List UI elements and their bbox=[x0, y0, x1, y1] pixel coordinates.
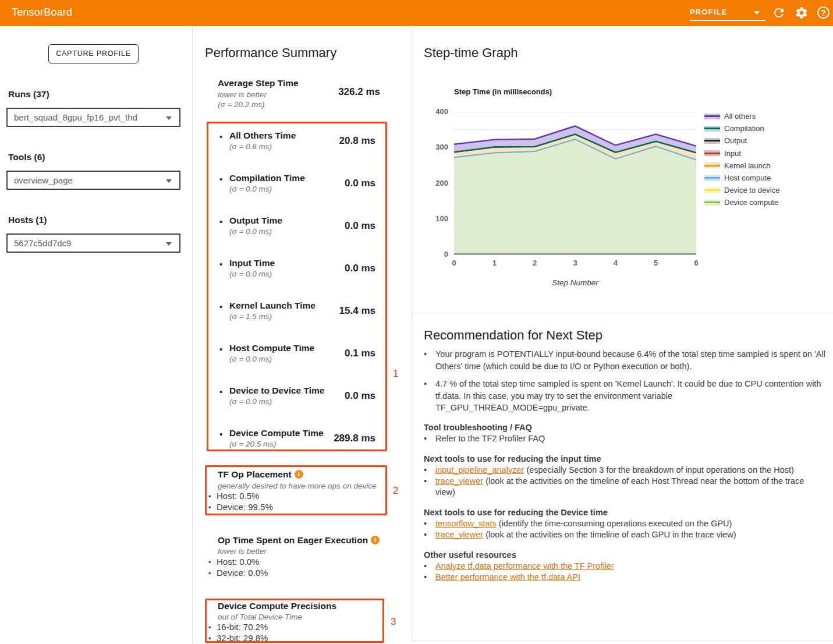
legend-swatch-icon bbox=[704, 150, 720, 156]
help-button[interactable]: ? bbox=[817, 6, 831, 20]
rec-item-link[interactable]: trace_viewer bbox=[435, 476, 483, 486]
rec-item-link[interactable]: trace_viewer bbox=[435, 530, 483, 539]
rec-item-link[interactable]: input_pipeline_analyzer bbox=[435, 465, 524, 475]
breakdown-item-label: Input Time bbox=[229, 258, 275, 268]
bullet-dot: • bbox=[424, 572, 435, 583]
info-icon[interactable] bbox=[371, 536, 380, 544]
tf-op-placement-subtitle: generally desired to have more ops on de… bbox=[218, 482, 376, 490]
x-axis-ticks: 0123456 bbox=[454, 259, 696, 270]
bullet-dot: • bbox=[424, 348, 435, 372]
rec-item-suffix: (identify the time-consuming operations … bbox=[497, 519, 732, 528]
bullet-dot: • bbox=[219, 259, 222, 269]
breakdown-item-value: 15.4 ms bbox=[288, 305, 375, 317]
legend-item-host-compute: Host compute bbox=[704, 172, 779, 184]
breakdown-item-sigma: (σ = 1.5 ms) bbox=[229, 312, 272, 321]
rec-section-input-time: Next tools to use for reducing the input… bbox=[424, 454, 825, 498]
annotation-number-1: 1 bbox=[393, 368, 398, 380]
tensorboard-profile-page: TensorBoard PROFILE ? CAPTURE PROFILE Ru… bbox=[0, 0, 833, 644]
step-time-graph-title: Step-time Graph bbox=[424, 45, 517, 61]
legend-swatch-icon bbox=[704, 200, 720, 206]
rec-item-text: tensorflow_stats (identify the time-cons… bbox=[435, 518, 825, 529]
x-axis-label: Step Number bbox=[454, 278, 696, 287]
recommendation-body: •Your program is POTENTIALLY input-bound… bbox=[424, 348, 825, 583]
info-icon[interactable] bbox=[295, 470, 303, 479]
bullet-dot: • bbox=[219, 302, 222, 312]
hosts-select[interactable]: 5627c5dd7dc9 bbox=[6, 233, 180, 253]
legend-swatch-icon bbox=[704, 162, 720, 168]
x-tick-label: 0 bbox=[447, 259, 461, 267]
bullet-dot: • bbox=[424, 561, 435, 572]
bullet-dot: • bbox=[424, 433, 435, 444]
breakdown-item-value: 0.0 ms bbox=[288, 390, 375, 402]
x-tick-label: 3 bbox=[568, 259, 582, 267]
capture-profile-button[interactable]: CAPTURE PROFILE bbox=[48, 44, 139, 63]
rec-item-text: input_pipeline_analyzer (especially Sect… bbox=[435, 465, 825, 476]
recommendation-text: 4.7 % of the total step time sampled is … bbox=[435, 378, 825, 414]
chart-title: Step Time (in milliseconds) bbox=[454, 87, 552, 96]
breakdown-item-value: 0.0 ms bbox=[288, 178, 375, 189]
annotation-number-3: 3 bbox=[391, 616, 396, 628]
bullet-dot: • bbox=[219, 387, 222, 397]
y-tick-label: 300 bbox=[421, 143, 448, 151]
breakdown-item-value: 0.1 ms bbox=[288, 348, 375, 359]
tools-select[interactable]: overview_page bbox=[6, 171, 180, 190]
rec-item-link[interactable]: tensorflow_stats bbox=[435, 519, 497, 528]
eager-device-pct: Device: 0.0% bbox=[217, 568, 268, 578]
legend-swatch-icon bbox=[704, 138, 720, 144]
legend-item-device-compute: Device compute bbox=[704, 196, 779, 208]
step-time-chart bbox=[454, 112, 696, 254]
breakdown-item-sigma: (σ = 0.0 ms) bbox=[229, 227, 272, 236]
rec-section-item: •trace_viewer (look at the activities on… bbox=[424, 476, 825, 498]
legend-swatch-icon bbox=[704, 114, 720, 119]
legend-item-device-to-device: Device to device bbox=[704, 184, 779, 196]
tf-op-device-pct: Device: 99.5% bbox=[217, 502, 273, 512]
rec-section-item: •tensorflow_stats (identify the time-con… bbox=[424, 518, 825, 529]
refresh-icon bbox=[772, 6, 786, 20]
dashboard-selector[interactable]: PROFILE bbox=[690, 5, 765, 21]
breakdown-item-sigma: (σ = 20.5 ms) bbox=[229, 440, 277, 448]
runs-select[interactable]: bert_squad_8gpu_fp16_pvt_thd bbox=[6, 108, 180, 127]
x-tick-label: 6 bbox=[689, 259, 703, 267]
bullet-dot: • bbox=[219, 132, 222, 141]
area-device-compute bbox=[454, 139, 696, 254]
rec-item-link[interactable]: Analyze tf.data performance with the TF … bbox=[435, 561, 614, 571]
rec-item-text: trace_viewer (look at the activities on … bbox=[435, 529, 825, 540]
rec-section-item: •Analyze tf.data performance with the TF… bbox=[424, 561, 825, 572]
precisions-title: Device Compute Precisions bbox=[218, 601, 336, 611]
settings-button[interactable] bbox=[795, 6, 809, 20]
hosts-label: Hosts (1) bbox=[8, 215, 47, 225]
legend-swatch-icon bbox=[704, 187, 720, 193]
eager-host-pct: Host: 0.0% bbox=[217, 557, 259, 567]
y-tick-label: 400 bbox=[421, 107, 448, 116]
legend-label: Host compute bbox=[724, 174, 771, 182]
rec-item-link[interactable]: Better performance with the tf.data API bbox=[435, 572, 580, 582]
bullet-dot: • bbox=[219, 429, 222, 439]
rec-section-item: •input_pipeline_analyzer (especially Sec… bbox=[424, 465, 825, 476]
breakdown-item-sigma: (σ = 0.0 ms) bbox=[229, 397, 272, 406]
legend-label: Output bbox=[724, 136, 747, 145]
recommendation-text: Your program is POTENTIALLY input-bound … bbox=[435, 348, 825, 372]
breakdown-item-value: 20.8 ms bbox=[288, 135, 375, 147]
rec-item-text: trace_viewer (look at the activities on … bbox=[435, 476, 825, 498]
app-header: TensorBoard PROFILE ? bbox=[0, 0, 833, 26]
bullet-dot: • bbox=[424, 465, 435, 476]
chevron-down-icon bbox=[754, 11, 760, 15]
precisions-32bit: 32-bit: 29.8% bbox=[217, 633, 268, 643]
bullet-dot: • bbox=[424, 529, 435, 540]
y-tick-label: 200 bbox=[421, 179, 448, 187]
bullet-dot: • bbox=[208, 558, 211, 567]
avg-step-time-value: 326.2 ms bbox=[291, 86, 380, 98]
bullet-dot: • bbox=[208, 623, 211, 632]
rec-item-text: Better performance with the tf.data API bbox=[435, 572, 825, 583]
bullet-dot: • bbox=[424, 476, 435, 498]
legend-line-icon bbox=[704, 165, 720, 167]
legend-label: Compilation bbox=[724, 124, 764, 133]
rec-item-text: Refer to the TF2 Profiler FAQ bbox=[435, 433, 825, 444]
bullet-dot: • bbox=[219, 217, 222, 227]
tools-label: Tools (6) bbox=[8, 152, 45, 162]
legend-label: Device compute bbox=[724, 198, 778, 207]
refresh-button[interactable] bbox=[772, 6, 786, 20]
avg-step-time-sub: lower is better bbox=[218, 90, 267, 99]
bullet-dot: • bbox=[424, 378, 435, 414]
breakdown-item-label: All Others Time bbox=[229, 130, 296, 141]
